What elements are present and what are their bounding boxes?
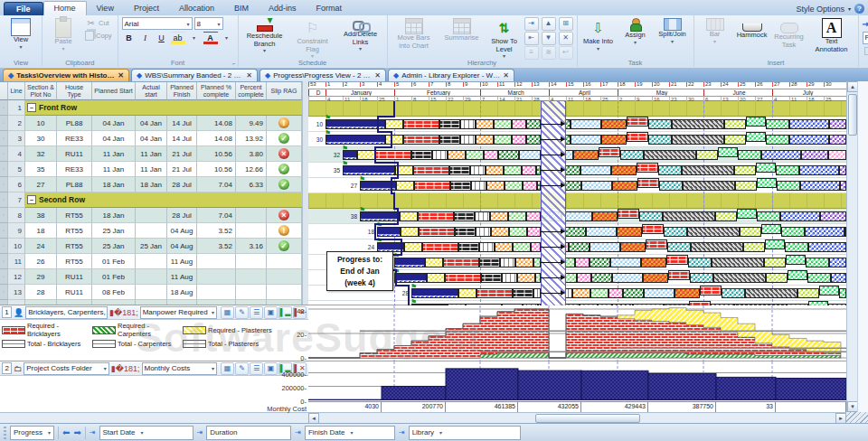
planned-pct-cell[interactable]: 14.08: [197, 116, 236, 131]
row-selector[interactable]: [0, 208, 8, 223]
collapse-icon[interactable]: ≋: [542, 46, 556, 60]
column-header[interactable]: Section & Plot No: [25, 82, 57, 100]
actual-start-cell[interactable]: [136, 269, 167, 285]
summary-cell[interactable]: –Front Row: [25, 100, 302, 116]
statusbar-field-finish-date[interactable]: Finish Date▾: [305, 426, 395, 440]
row-selector[interactable]: [0, 239, 8, 254]
row-selector[interactable]: [0, 223, 8, 239]
actual-start-cell[interactable]: 18 Jan: [136, 177, 167, 192]
plot-number-cell[interactable]: 18: [25, 223, 57, 239]
table-row[interactable]: 432RU1111 Jan11 Jan21 Jul10.563.80×: [0, 146, 302, 162]
add-delete-links-button[interactable]: Add/Delete Links▾: [338, 17, 383, 56]
view-button[interactable]: View▾: [4, 17, 38, 56]
actual-start-cell[interactable]: [136, 254, 167, 269]
row-selector[interactable]: [0, 146, 8, 162]
underline-button[interactable]: U: [155, 32, 169, 45]
planned-pct-cell[interactable]: 10.56: [197, 146, 236, 162]
planned-start-cell[interactable]: 04 Jan: [92, 131, 136, 146]
table-row[interactable]: 918RT5525 Jan04 Aug3.52!: [0, 223, 302, 239]
cost-bar[interactable]: [446, 369, 518, 400]
assign-button[interactable]: Assign▾: [618, 17, 653, 56]
cost-bar[interactable]: [776, 379, 846, 400]
outdent-icon[interactable]: ⇤: [524, 32, 539, 45]
recurring-task-button[interactable]: Recurring Task: [772, 17, 807, 56]
house-type-cell[interactable]: RE33: [57, 162, 92, 177]
collapse-icon[interactable]: –: [27, 195, 36, 204]
actual-start-cell[interactable]: 11 Jan: [136, 146, 167, 162]
summary-row[interactable]: 1–Front Row: [0, 100, 302, 116]
planned-pct-cell[interactable]: [197, 254, 236, 269]
table-row[interactable]: 210PL8804 Jan04 Jan14 Jul14.089.49!: [0, 116, 302, 131]
close-icon[interactable]: ✕: [503, 71, 509, 80]
insert-row-icon[interactable]: ⊞: [559, 17, 573, 31]
planned-finish-cell[interactable]: 21 Jul: [167, 146, 197, 162]
table-row[interactable]: 1229RU1101 Feb11 Aug: [0, 269, 302, 285]
planned-start-cell[interactable]: 01 Feb: [92, 269, 136, 285]
table-row[interactable]: 1024RT5525 Jan25 Jan04 Aug3.523.16✓: [0, 239, 302, 254]
plot-number-cell[interactable]: 38: [25, 208, 57, 223]
cut-button[interactable]: ✂Cut: [83, 17, 114, 29]
paste-button[interactable]: Paste▾: [46, 17, 80, 56]
indent-icon[interactable]: ⇥: [524, 17, 539, 31]
add-graph-icon[interactable]: ▦: [221, 306, 234, 319]
cost-bar[interactable]: [518, 371, 581, 399]
ribbon-tab-project[interactable]: Project: [124, 2, 169, 15]
percent-complete-cell[interactable]: 3.80: [236, 146, 267, 162]
table-row[interactable]: 535RE3311 Jan11 Jan21 Jul10.5612.66✓: [0, 162, 302, 177]
planned-start-cell[interactable]: 11 Jan: [92, 162, 136, 177]
help-icon[interactable]: ?: [854, 4, 864, 14]
actual-start-cell[interactable]: [136, 285, 167, 300]
actual-start-cell[interactable]: 25 Jan: [136, 239, 167, 254]
row-selector[interactable]: [0, 269, 8, 285]
column-header[interactable]: Actual start: [136, 82, 167, 100]
copy-button[interactable]: Copy: [83, 30, 114, 42]
house-type-cell[interactable]: PL88: [57, 116, 92, 131]
cost-bar[interactable]: [581, 371, 648, 399]
planned-finish-cell[interactable]: 28 Jul: [167, 177, 197, 192]
bar-button[interactable]: Bar▾: [698, 17, 732, 56]
percent-complete-cell[interactable]: [236, 285, 267, 300]
percent-complete-cell[interactable]: 12.66: [236, 162, 267, 177]
planned-start-cell[interactable]: 08 Feb: [92, 285, 136, 300]
planned-pct-cell[interactable]: 7.04: [197, 208, 236, 223]
close-icon[interactable]: ✕: [118, 71, 124, 80]
collapse-icon[interactable]: –: [27, 103, 36, 112]
document-tab[interactable]: ◆Admin - Library Explorer - Wre...✕: [388, 69, 514, 81]
column-header[interactable]: Percent complete: [236, 82, 267, 100]
add-graph-icon[interactable]: ▦: [221, 362, 234, 375]
document-tab[interactable]: ◆WBS\Summary Banded - 2 Sto...✕: [131, 69, 258, 81]
house-type-cell[interactable]: RT55: [57, 254, 92, 269]
reschedule-branch-button[interactable]: Reschedule Branch▾: [242, 17, 288, 56]
planned-start-cell[interactable]: 01 Feb: [92, 254, 136, 269]
undo-move-icon[interactable]: ↩: [559, 46, 573, 60]
constraint-flag-button[interactable]: ⚐ Constraint Flag▾: [290, 17, 335, 60]
highlight-button[interactable]: ab: [171, 32, 185, 45]
statusbar-field-start-date[interactable]: Start Date▾: [99, 426, 193, 440]
close-icon[interactable]: ✕: [374, 71, 381, 80]
row-selector[interactable]: [0, 254, 8, 269]
toolbar-handle[interactable]: [4, 427, 6, 439]
ribbon-tab-home[interactable]: Home: [43, 1, 87, 15]
percent-complete-cell[interactable]: 6.33: [236, 177, 267, 192]
ribbon-tab-add-ins[interactable]: Add-ins: [259, 2, 307, 15]
actual-start-cell[interactable]: [136, 223, 167, 239]
row-selector[interactable]: [0, 100, 8, 116]
style-options[interactable]: Style Options▾ ?: [796, 4, 864, 15]
house-type-cell[interactable]: RT55: [57, 223, 92, 239]
edit-graph-icon[interactable]: ✎: [235, 306, 249, 319]
house-type-cell[interactable]: RE33: [57, 131, 92, 146]
ribbon-tab-bim[interactable]: BIM: [224, 2, 259, 15]
cost-bar[interactable]: [716, 377, 776, 399]
vertical-scroll-thumb[interactable]: [848, 94, 857, 136]
planned-start-cell[interactable]: 18 Jan: [92, 208, 136, 223]
planned-finish-cell[interactable]: 04 Aug: [167, 239, 197, 254]
plot-number-cell[interactable]: 32: [25, 146, 57, 162]
cost-bar[interactable]: [382, 386, 446, 399]
planned-finish-cell[interactable]: 21 Jul: [167, 162, 197, 177]
percent-complete-cell[interactable]: [236, 269, 267, 285]
planned-finish-cell[interactable]: 04 Aug: [167, 223, 197, 239]
move-bars-button[interactable]: Move Bars into Chart: [392, 17, 437, 56]
planned-start-cell[interactable]: 18 Jan: [92, 177, 136, 192]
enter-progress-button[interactable]: Enter Progress▾: [863, 46, 868, 57]
nav-forward-icon[interactable]: ➡: [73, 427, 80, 437]
